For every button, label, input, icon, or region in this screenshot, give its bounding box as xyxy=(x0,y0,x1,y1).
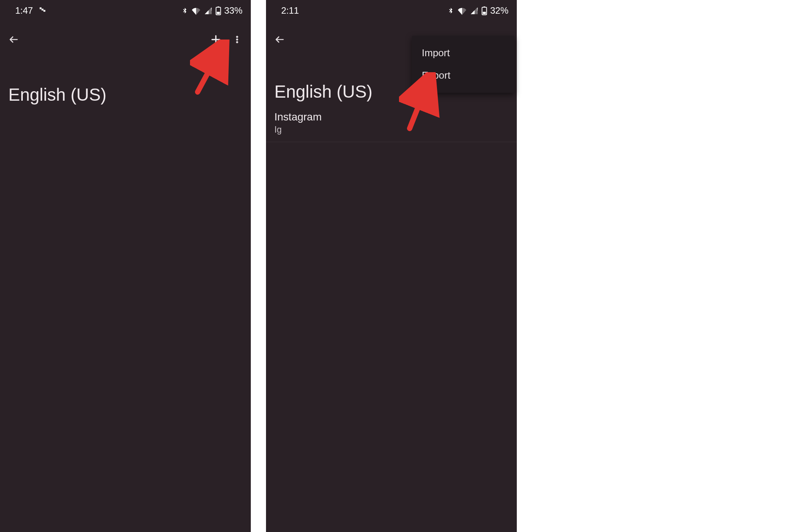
status-battery-pct: 32% xyxy=(490,5,508,16)
back-button[interactable] xyxy=(269,29,290,50)
signal-icon xyxy=(470,6,478,15)
bluetooth-icon xyxy=(181,6,188,15)
signal-icon xyxy=(204,6,212,15)
wifi-icon xyxy=(191,6,201,15)
svg-point-3 xyxy=(236,36,238,38)
status-bar: 2:11 32% xyxy=(266,0,517,21)
entry-shortcut: Ig xyxy=(274,125,508,135)
status-battery-pct: 33% xyxy=(224,5,242,16)
app-toolbar xyxy=(0,21,251,58)
svg-rect-9 xyxy=(483,6,485,8)
status-bar: 1:47 33% xyxy=(0,0,251,21)
screenshot-right: 2:11 32% xyxy=(266,0,517,532)
overflow-button[interactable] xyxy=(226,29,248,50)
svg-rect-1 xyxy=(217,12,220,14)
wifi-icon xyxy=(457,6,467,15)
notification-icon xyxy=(38,5,46,16)
page-title: English (US) xyxy=(0,58,251,105)
status-time: 1:47 xyxy=(15,5,33,16)
battery-icon xyxy=(215,6,221,15)
overflow-menu: Import Export xyxy=(412,36,515,93)
svg-point-5 xyxy=(236,41,238,43)
dictionary-entry[interactable]: Instagram Ig xyxy=(266,102,517,142)
svg-point-4 xyxy=(236,39,238,41)
back-button[interactable] xyxy=(3,29,24,50)
screenshot-left: 1:47 33% xyxy=(0,0,251,532)
add-button[interactable] xyxy=(205,29,226,50)
svg-rect-2 xyxy=(217,6,219,8)
battery-icon xyxy=(481,6,487,15)
menu-item-import[interactable]: Import xyxy=(412,42,515,64)
entry-word: Instagram xyxy=(274,111,508,123)
menu-item-export[interactable]: Export xyxy=(412,64,515,87)
bluetooth-icon xyxy=(447,6,454,15)
status-time: 2:11 xyxy=(281,5,299,16)
svg-rect-8 xyxy=(483,12,486,14)
